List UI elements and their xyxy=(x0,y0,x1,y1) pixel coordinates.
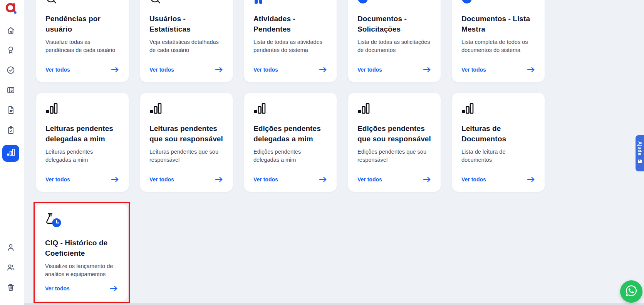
arrow-right-icon[interactable] xyxy=(527,67,535,73)
sidebar-item-clipboard-check[interactable] xyxy=(6,126,15,135)
ver-todos-link[interactable]: Ver todos xyxy=(357,67,382,73)
card-description: Leituras pendentes delegadas a mim xyxy=(45,148,119,164)
card-footer: Ver todos xyxy=(149,176,223,183)
card-description: Edições pendentes que sou responsável xyxy=(357,148,431,164)
card-atividades-pendentes[interactable]: Atividades - Pendentes Lista de todas as… xyxy=(244,0,337,82)
sidebar-item-document[interactable] xyxy=(6,106,15,115)
whatsapp-button[interactable] xyxy=(620,280,642,303)
user-search-icon xyxy=(45,0,119,5)
ver-todos-link[interactable]: Ver todos xyxy=(149,176,174,183)
dashboard-screen: Pendências por usuário Visualize todas a… xyxy=(0,0,644,305)
arrow-right-icon[interactable] xyxy=(111,176,119,183)
bar-chart-icon xyxy=(149,102,223,114)
sidebar-item-home[interactable] xyxy=(6,26,15,35)
card-title: Atividades - Pendentes xyxy=(253,14,327,34)
user-search-icon xyxy=(149,0,223,5)
highlight-box: CIQ - Histórico de Coeficiente Visualize… xyxy=(34,202,130,303)
ver-todos-link[interactable]: Ver todos xyxy=(357,176,382,183)
card-footer: Ver todos xyxy=(45,67,119,73)
card-description: Edições pendentes delegadas a mim xyxy=(253,148,327,164)
sidebar-item-users[interactable] xyxy=(6,263,15,272)
app-logo[interactable] xyxy=(5,2,17,15)
card-title: Leituras pendentes delegadas a mim xyxy=(45,124,119,144)
card-documentos-solicitacoes[interactable]: Documentos - Solicitações Lista de todas… xyxy=(348,0,441,82)
card-title: Pendências por usuário xyxy=(45,14,119,34)
sidebar-item-check-circle[interactable] xyxy=(6,65,15,75)
card-footer: Ver todos xyxy=(357,67,431,73)
sidebar-item-trash[interactable] xyxy=(6,283,15,292)
card-description: Lista completa de todos os documentos do… xyxy=(461,38,535,54)
card-edicoes-responsavel[interactable]: Edições pendentes que sou responsável Ed… xyxy=(348,93,441,192)
card-pendencias-por-usuario[interactable]: Pendências por usuário Visualize todas a… xyxy=(36,0,129,82)
arrow-right-icon[interactable] xyxy=(111,67,119,73)
card-title: CIQ - Histórico de Coeficiente xyxy=(45,238,118,258)
bar-chart-icon xyxy=(253,102,327,114)
card-title: Edições pendentes que sou responsável xyxy=(357,124,431,144)
card-description: Lista de leitura de documentos xyxy=(461,148,535,164)
sidebar-item-newspaper[interactable] xyxy=(6,85,15,95)
card-description: Lista de todas as atividades pendentes d… xyxy=(253,38,327,54)
card-description: Visualize todas as pendências de cada us… xyxy=(45,38,119,54)
ver-todos-link[interactable]: Ver todos xyxy=(253,176,278,183)
ver-todos-link[interactable]: Ver todos xyxy=(45,285,70,292)
card-edicoes-delegadas[interactable]: Edições pendentes delegadas a mim Ediçõe… xyxy=(244,93,337,192)
card-title: Usuários - Estatísticas xyxy=(149,14,223,34)
ver-todos-link[interactable]: Ver todos xyxy=(45,176,70,183)
card-footer: Ver todos xyxy=(149,67,223,73)
whatsapp-icon xyxy=(625,285,637,298)
card-footer: Ver todos xyxy=(253,67,327,73)
card-leituras-delegadas[interactable]: Leituras pendentes delegadas a mim Leitu… xyxy=(36,93,129,192)
bar-chart-icon xyxy=(45,102,119,114)
arrow-right-icon[interactable] xyxy=(423,176,431,183)
card-leituras-responsavel[interactable]: Leituras pendentes que sou responsável L… xyxy=(140,93,233,192)
help-book-icon xyxy=(637,158,642,165)
arrow-right-icon[interactable] xyxy=(215,176,223,183)
help-tab[interactable]: Ajuda xyxy=(636,135,644,171)
arrow-right-icon[interactable] xyxy=(527,176,535,183)
arrow-right-icon[interactable] xyxy=(215,67,223,73)
card-title: Documentos - Solicitações xyxy=(357,14,431,34)
card-description: Visualize os lançamento de analitos e eq… xyxy=(45,262,118,278)
card-description: Veja estatísticas detalhadas de cada usu… xyxy=(149,38,223,54)
card-description: Lista de todas as solicitações de docume… xyxy=(357,38,431,54)
bar-chart-icon xyxy=(357,102,431,114)
card-documentos-lista-mestra[interactable]: Documentos - Lista Mestra Lista completa… xyxy=(452,0,545,82)
blue-circle-icon xyxy=(357,0,431,5)
flask-clock-icon xyxy=(45,213,118,229)
card-footer: Ver todos xyxy=(45,285,118,292)
ver-todos-link[interactable]: Ver todos xyxy=(253,67,278,73)
sidebar xyxy=(0,0,24,305)
card-footer: Ver todos xyxy=(45,176,119,183)
ver-todos-link[interactable]: Ver todos xyxy=(45,67,70,73)
card-description: Leituras pendentes que sou responsável xyxy=(149,148,223,164)
arrow-right-icon[interactable] xyxy=(423,67,431,73)
blue-circle-icon xyxy=(461,0,535,5)
card-title: Leituras pendentes que sou responsável xyxy=(149,124,223,144)
sidebar-item-reports-active[interactable] xyxy=(2,145,19,162)
card-footer: Ver todos xyxy=(461,176,535,183)
sidebar-item-medal[interactable] xyxy=(6,45,15,55)
arrow-right-icon[interactable] xyxy=(319,67,327,73)
card-title: Edições pendentes delegadas a mim xyxy=(253,124,327,144)
ver-todos-link[interactable]: Ver todos xyxy=(461,176,486,183)
ver-todos-link[interactable]: Ver todos xyxy=(149,67,174,73)
blue-bars-icon xyxy=(253,0,327,5)
card-ciq-historico-coeficiente[interactable]: CIQ - Histórico de Coeficiente Visualize… xyxy=(36,204,127,301)
arrow-right-icon[interactable] xyxy=(319,176,327,183)
arrow-right-icon[interactable] xyxy=(110,285,118,292)
ver-todos-link[interactable]: Ver todos xyxy=(461,67,486,73)
card-footer: Ver todos xyxy=(253,176,327,183)
card-title: Documentos - Lista Mestra xyxy=(461,14,535,34)
card-footer: Ver todos xyxy=(461,67,535,73)
bar-chart-icon xyxy=(7,149,15,158)
bar-chart-icon xyxy=(461,102,535,114)
help-tab-label: Ajuda xyxy=(637,141,642,156)
card-usuarios-estatisticas[interactable]: Usuários - Estatísticas Veja estatística… xyxy=(140,0,233,82)
card-footer: Ver todos xyxy=(357,176,431,183)
sidebar-item-user[interactable] xyxy=(6,243,15,252)
horizontal-scrollbar[interactable] xyxy=(24,303,644,305)
card-title: Leituras de Documentos xyxy=(461,124,535,144)
card-leituras-de-documentos[interactable]: Leituras de Documentos Lista de leitura … xyxy=(452,93,545,192)
